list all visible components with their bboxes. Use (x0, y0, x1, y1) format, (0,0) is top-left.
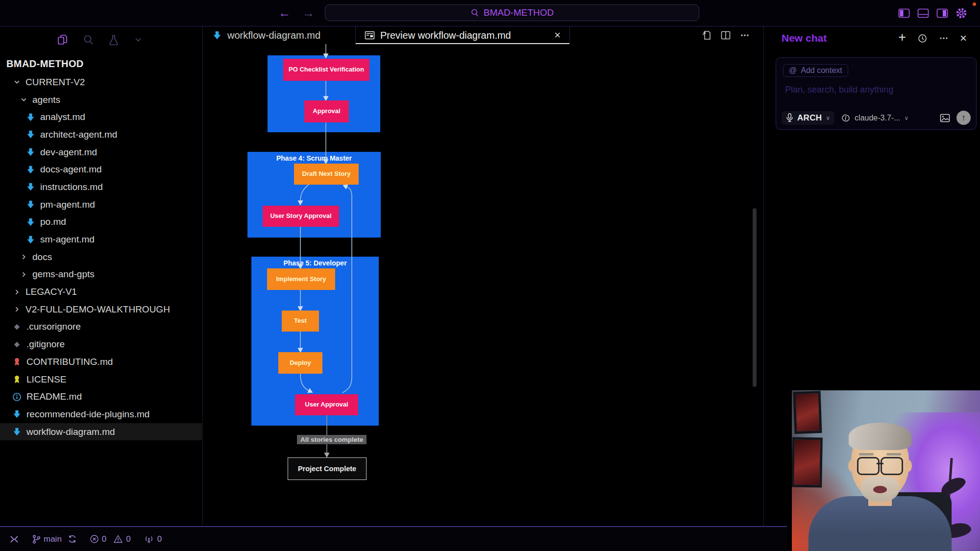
ports-indicator[interactable]: 0 (144, 534, 162, 544)
command-search-box[interactable]: BMAD-METHOD (325, 4, 699, 21)
sidebar-item-contributing-md[interactable]: CONTRIBUTING.md (0, 353, 202, 371)
editor-tab-bar: workflow-diagram.md Preview workflow-dia… (203, 26, 763, 44)
folder-label: gems-and-gpts (32, 269, 95, 280)
toggle-left-sidebar-icon[interactable] (898, 8, 910, 18)
file-tree: CURRENT-V2 agents analyst.md architect-a… (0, 73, 202, 440)
chevron-right-icon (20, 270, 28, 279)
sync-changes-icon[interactable] (68, 534, 77, 544)
sidebar-item-license[interactable]: LICENSE (0, 371, 202, 388)
folder-label: agents (32, 95, 60, 105)
chevron-right-icon (13, 305, 21, 313)
sidebar-item-pm-agent-md[interactable]: pm-agent.md (0, 196, 202, 214)
sidebar-item-workflow-diagram-md[interactable]: workflow-diagram.md (0, 423, 202, 441)
file-label: recommended-ide-plugins.md (26, 409, 149, 420)
file-label: dev-agent.md (40, 147, 97, 158)
sidebar-item-docs-agent-md[interactable]: docs-agent.md (0, 161, 202, 178)
file-label: architect-agent.md (40, 129, 117, 140)
sidebar-item-gitignore[interactable]: .gitignore (0, 335, 202, 353)
chat-input-placeholder: Plan, search, build anything (785, 85, 893, 95)
new-chat-plus-icon[interactable]: + (898, 31, 906, 44)
sidebar-item-current-v2[interactable]: CURRENT-V2 (0, 73, 202, 91)
sidebar-item-dev-agent-md[interactable]: dev-agent.md (0, 144, 202, 161)
git-branch-indicator[interactable]: main (32, 534, 62, 544)
tab-workflow-diagram-md[interactable]: workflow-diagram.md (203, 26, 355, 44)
file-label: .cursorignore (26, 321, 81, 332)
presenter-hair (849, 423, 911, 450)
tab-label: workflow-diagram.md (227, 30, 320, 41)
sidebar-item-agents[interactable]: agents (0, 91, 202, 109)
presenter (807, 424, 954, 551)
markdown-file-icon (26, 217, 36, 227)
add-context-label: Add context (801, 66, 842, 75)
sidebar-item-docs[interactable]: docs (0, 248, 202, 266)
forward-button[interactable]: → (302, 6, 315, 20)
sidebar-item-sm-agent-md[interactable]: sm-agent.md (0, 231, 202, 248)
add-context-chip[interactable]: @ Add context (783, 64, 848, 77)
open-changes-icon[interactable] (702, 30, 711, 41)
explorer-search-icon[interactable] (83, 34, 94, 46)
presenter-mouth (873, 486, 887, 493)
file-label: sm-agent.md (40, 234, 95, 245)
problems-indicator[interactable]: 0 0 (90, 534, 131, 544)
folder-label: LEGACY-V1 (25, 287, 77, 297)
presenter-eyebrow (886, 453, 901, 455)
sidebar-item-cursorignore[interactable]: .cursorignore (0, 318, 202, 336)
mode-name: ARCH (797, 113, 822, 123)
diagram-node-user-approval: User Approval (295, 394, 358, 415)
file-label: pm-agent.md (40, 199, 95, 210)
attach-image-icon[interactable] (940, 114, 950, 122)
sidebar-item-instructions-md[interactable]: instructions.md (0, 178, 202, 196)
ports-count: 0 (157, 534, 162, 544)
chevron-down-icon: ∨ (905, 115, 909, 121)
node-label: PO Checklist Verification (289, 66, 364, 73)
tab-preview-workflow-diagram-md[interactable]: Preview workflow-diagram.md × (355, 26, 570, 44)
sidebar-item-analyst-md[interactable]: analyst.md (0, 108, 202, 126)
mode-selector[interactable]: ARCH ∨ (782, 111, 834, 125)
send-button[interactable]: ↑ (956, 111, 971, 125)
split-editor-icon[interactable] (721, 30, 731, 40)
preview-icon (365, 31, 375, 40)
close-chat-icon[interactable]: × (960, 32, 967, 44)
explorer-files-icon[interactable] (57, 34, 69, 46)
sidebar-item-gems-and-gpts[interactable]: gems-and-gpts (0, 266, 202, 284)
close-tab-icon[interactable]: × (554, 30, 561, 41)
search-value: BMAD-METHOD (484, 7, 554, 18)
chat-panel-title: New chat (782, 32, 827, 44)
chat-input-box[interactable]: @ Add context Plan, search, build anythi… (776, 57, 977, 130)
settings-gear-icon[interactable] (956, 7, 967, 19)
explorer-flask-icon[interactable] (108, 34, 119, 46)
model-name: claude-3.7-... (855, 114, 900, 122)
presenter-head (851, 425, 909, 498)
file-label: analyst.md (40, 112, 85, 122)
toggle-bottom-panel-icon[interactable] (917, 8, 929, 18)
sidebar-item-legacy-v1[interactable]: LEGACY-V1 (0, 283, 202, 301)
webcam-overlay (787, 384, 980, 551)
error-count: 0 (102, 534, 106, 544)
remote-indicator[interactable] (9, 535, 19, 544)
explorer-more-chevron-icon[interactable] (133, 35, 143, 45)
markdown-file-icon (26, 147, 36, 157)
model-selector[interactable]: claude-3.7-... ∨ (841, 114, 908, 122)
glasses-bridge (877, 463, 883, 464)
more-actions-icon[interactable] (740, 30, 750, 40)
chat-history-icon[interactable] (917, 33, 928, 44)
diagram-node-project-complete: Project Complete (288, 457, 367, 480)
file-explorer-sidebar: BMAD-METHOD CURRENT-V2 agents analyst.md… (0, 26, 203, 525)
markdown-file-icon (212, 30, 222, 40)
chat-more-icon[interactable] (939, 33, 949, 43)
sidebar-item-readme-md[interactable]: README.md (0, 388, 202, 406)
sidebar-item-architect-agent-md[interactable]: architect-agent.md (0, 126, 202, 144)
sidebar-item-recommended-ide-plugins-md[interactable]: recommended-ide-plugins.md (0, 406, 202, 423)
sidebar-item-v2-full-demo-walkthrough[interactable]: V2-FULL-DEMO-WALKTHROUGH (0, 301, 202, 318)
chevron-right-icon (20, 253, 28, 261)
presenter-glasses (881, 457, 903, 475)
back-button[interactable]: ← (278, 6, 291, 20)
node-label: User Approval (305, 401, 348, 408)
diagram-edge-label: All stories complete (297, 435, 367, 444)
markdown-file-icon (26, 113, 36, 122)
toggle-right-sidebar-icon[interactable] (936, 8, 948, 18)
sidebar-item-po-md[interactable]: po.md (0, 214, 202, 231)
preview-scrollbar[interactable] (753, 208, 757, 387)
folder-label: docs (32, 252, 52, 263)
markdown-file-icon (26, 165, 36, 174)
